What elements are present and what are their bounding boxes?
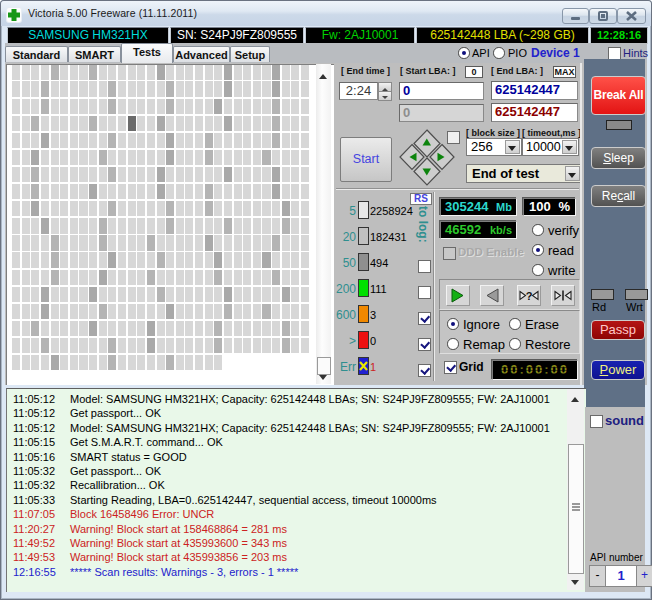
svg-text:?: ? (526, 290, 533, 302)
